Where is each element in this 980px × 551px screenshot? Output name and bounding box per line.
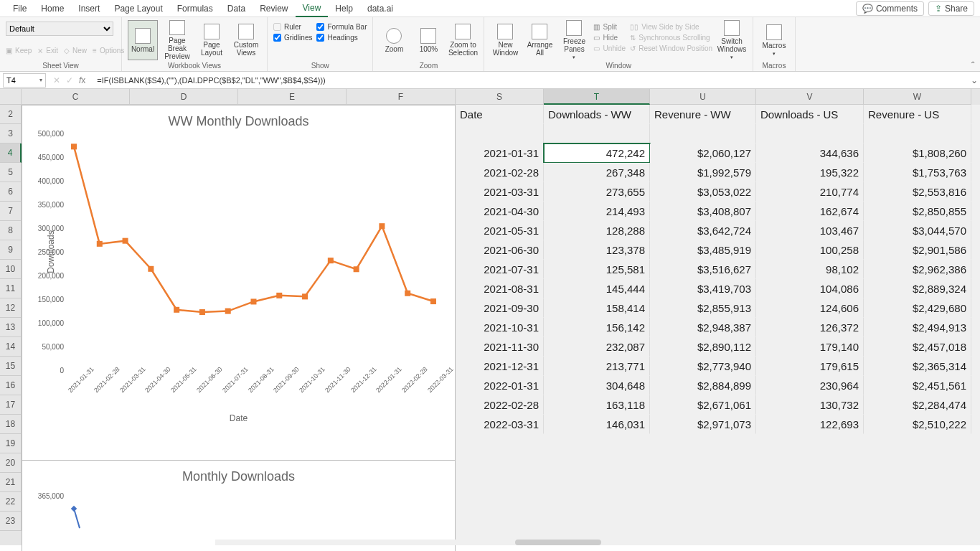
switch-windows-button[interactable]: Switch Windows▾ [717,20,747,60]
cell-u-3[interactable]: $3,408,807 [650,202,756,221]
row-8[interactable]: 8 [0,221,22,240]
header-u[interactable]: Revenure - WW [650,105,756,124]
split-button[interactable]: ▥ Split [593,23,626,31]
cell-s-14[interactable]: 2022-03-31 [456,415,544,434]
spreadsheet-grid[interactable]: C D E F S T U V W 2345678910111213141516… [0,89,980,545]
cell-u-7[interactable]: $3,419,703 [650,279,756,298]
cell-t-7[interactable]: 145,444 [544,279,650,298]
row-4[interactable]: 4 [0,143,22,163]
cell-s-12[interactable]: 2022-01-31 [456,376,544,395]
cell-w-11[interactable]: $2,365,314 [864,357,971,376]
row-17[interactable]: 17 [0,395,22,415]
row-23[interactable]: 23 [0,512,22,531]
menu-page-layout[interactable]: Page Layout [107,1,169,17]
menu-view[interactable]: View [296,0,329,17]
cell-v-7[interactable]: 104,086 [756,279,864,298]
cell-s-13[interactable]: 2022-02-28 [456,395,544,415]
hide-button[interactable]: ▭ Hide [593,34,626,42]
cell-u-13[interactable]: $2,671,061 [650,395,756,415]
data-table[interactable]: DateDownloads - WWRevenure - WWDownloads… [456,105,980,545]
zoom-selection-button[interactable]: Zoom to Selection [448,20,478,60]
row-18[interactable]: 18 [0,415,22,434]
cell-w-13[interactable]: $2,284,474 [864,395,971,415]
freeze-panes-button[interactable]: Freeze Panes▾ [559,20,589,60]
row-3[interactable]: 3 [0,124,22,143]
menu-file[interactable]: File [6,1,34,17]
menu-data-ai[interactable]: data.ai [360,1,400,17]
col-t[interactable]: T [544,89,650,105]
cell-s-3[interactable]: 2021-04-30 [456,202,544,221]
cell-t-4[interactable]: 128,288 [544,221,650,240]
cell-v-14[interactable]: 122,693 [756,415,864,434]
chart-ww-monthly-downloads[interactable]: WW Monthly Downloads Downloads 050,00010… [22,105,456,461]
cell-t-1[interactable]: 267,348 [544,163,650,182]
cell-w-6[interactable]: $2,962,386 [864,260,971,279]
cell-u-8[interactable]: $2,855,913 [650,298,756,318]
col-f[interactable]: F [347,89,456,105]
horizontal-scrollbar[interactable] [215,540,966,545]
row-15[interactable]: 15 [0,357,22,376]
cell-s-2[interactable]: 2021-03-31 [456,182,544,202]
row-7[interactable]: 7 [0,202,22,221]
cell-s-0[interactable]: 2021-01-31 [456,143,544,163]
cell-w-7[interactable]: $2,889,324 [864,279,971,298]
cell-t-13[interactable]: 163,118 [544,395,650,415]
new-window-button[interactable]: New Window [490,20,520,60]
column-headers[interactable]: C D E F S T U V W [0,89,980,105]
cell-u-5[interactable]: $3,485,919 [650,240,756,260]
row-10[interactable]: 10 [0,260,22,279]
cell-t-11[interactable]: 213,771 [544,357,650,376]
cell-u-4[interactable]: $3,642,724 [650,221,756,240]
cell-w-4[interactable]: $3,044,570 [864,221,971,240]
row-6[interactable]: 6 [0,182,22,202]
col-u[interactable]: U [650,89,756,105]
cell-w-12[interactable]: $2,451,561 [864,376,971,395]
cell-t-14[interactable]: 146,031 [544,415,650,434]
menu-data[interactable]: Data [220,1,253,17]
cell-v-6[interactable]: 98,102 [756,260,864,279]
cell-v-8[interactable]: 124,606 [756,298,864,318]
cell-t-5[interactable]: 123,378 [544,240,650,260]
zoom-100-button[interactable]: 100% [413,20,443,60]
row-9[interactable]: 9 [0,240,22,260]
menu-home[interactable]: Home [34,1,71,17]
menu-help[interactable]: Help [328,1,360,17]
cell-t-9[interactable]: 156,142 [544,318,650,337]
row-11[interactable]: 11 [0,279,22,298]
cell-v--1[interactable] [756,124,864,143]
row-22[interactable]: 22 [0,492,22,512]
cell-v-3[interactable]: 162,674 [756,202,864,221]
header-w[interactable]: Revenure - US [864,105,971,124]
menu-formulas[interactable]: Formulas [170,1,220,17]
cell-u-9[interactable]: $2,948,387 [650,318,756,337]
col-e[interactable]: E [238,89,347,105]
cell-v-5[interactable]: 100,258 [756,240,864,260]
row-14[interactable]: 14 [0,337,22,357]
col-s[interactable]: S [456,89,544,105]
ribbon-collapse-button[interactable]: ⌃ [970,60,976,68]
cell-v-0[interactable]: 344,636 [756,143,864,163]
formula-bar-checkbox[interactable]: Formula Bar [316,23,367,31]
cell-w-1[interactable]: $1,753,763 [864,163,971,182]
fx-icon[interactable]: fx [79,75,85,85]
row-16[interactable]: 16 [0,376,22,395]
row-19[interactable]: 19 [0,434,22,453]
cell-v-9[interactable]: 126,372 [756,318,864,337]
header-t[interactable]: Downloads - WW [544,105,650,124]
row-headers[interactable]: 234567891011121314151617181920212223 [0,105,22,545]
cell-u-11[interactable]: $2,773,940 [650,357,756,376]
cell-u-0[interactable]: $2,060,127 [650,143,756,163]
sheetview-select[interactable]: Default [6,22,113,36]
name-box[interactable]: T4▾ [3,73,46,88]
cell-u-6[interactable]: $3,516,627 [650,260,756,279]
chart-monthly-downloads[interactable]: Monthly Downloads 365,000 [22,461,456,551]
cell-t-10[interactable]: 232,087 [544,337,650,357]
cell-v-11[interactable]: 179,615 [756,357,864,376]
gridlines-checkbox[interactable]: Gridlines [273,34,312,42]
col-v[interactable]: V [756,89,864,105]
menu-review[interactable]: Review [253,1,295,17]
cell-t-6[interactable]: 125,581 [544,260,650,279]
cell-v-12[interactable]: 230,964 [756,376,864,395]
cell-s-9[interactable]: 2021-10-31 [456,318,544,337]
row-21[interactable]: 21 [0,473,22,492]
